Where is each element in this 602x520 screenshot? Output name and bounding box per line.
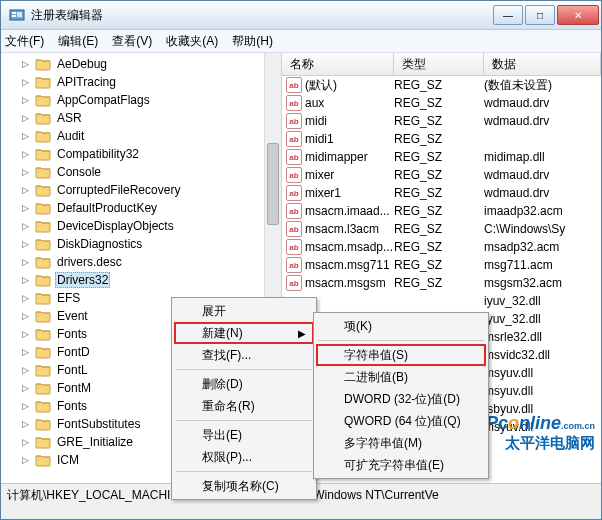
ctx-find[interactable]: 查找(F)... — [174, 344, 314, 366]
menu-file[interactable]: 文件(F) — [5, 33, 44, 50]
minimize-button[interactable]: — — [493, 5, 523, 25]
ctx-permissions[interactable]: 权限(P)... — [174, 446, 314, 468]
ctx-new-multi-string[interactable]: 多字符串值(M) — [316, 432, 486, 454]
titlebar[interactable]: 注册表编辑器 — □ ✕ — [1, 1, 601, 30]
app-icon — [9, 7, 25, 23]
cell-name: abmixer — [282, 167, 394, 183]
expand-icon[interactable]: ▷ — [19, 112, 31, 124]
cell-name: abmidi1 — [282, 131, 394, 147]
expand-icon[interactable]: ▷ — [19, 364, 31, 376]
expand-icon[interactable]: ▷ — [19, 274, 31, 286]
svg-rect-1 — [12, 12, 16, 14]
expand-icon[interactable]: ▷ — [19, 148, 31, 160]
ctx-new-string[interactable]: 字符串值(S) — [316, 344, 486, 366]
folder-icon — [35, 57, 51, 71]
col-header-data[interactable]: 数据 — [484, 53, 601, 75]
expand-icon[interactable]: ▷ — [19, 382, 31, 394]
list-row[interactable]: abauxREG_SZwdmaud.drv — [282, 94, 601, 112]
menu-help[interactable]: 帮助(H) — [232, 33, 273, 50]
ctx-new[interactable]: 新建(N)▶ — [174, 322, 314, 344]
menu-favorites[interactable]: 收藏夹(A) — [166, 33, 218, 50]
list-row[interactable]: abmsacm.l3acmREG_SZC:\Windows\Sy — [282, 220, 601, 238]
ctx-new-qword[interactable]: QWORD (64 位)值(Q) — [316, 410, 486, 432]
ctx-new-binary[interactable]: 二进制值(B) — [316, 366, 486, 388]
tree-item[interactable]: ▷drivers.desc — [19, 253, 281, 271]
ctx-new-key[interactable]: 项(K) — [316, 315, 486, 337]
tree-item[interactable]: ▷AeDebug — [19, 55, 281, 73]
ctx-expand[interactable]: 展开 — [174, 300, 314, 322]
tree-item-label: drivers.desc — [55, 255, 124, 269]
tree-item[interactable]: ▷Compatibility32 — [19, 145, 281, 163]
list-row[interactable]: ab(默认)REG_SZ(数值未设置) — [282, 76, 601, 94]
tree-item-label: DiskDiagnostics — [55, 237, 144, 251]
close-button[interactable]: ✕ — [557, 5, 599, 25]
list-header: 名称 类型 数据 — [282, 53, 601, 76]
list-row[interactable]: abmsacm.imaad...REG_SZimaadp32.acm — [282, 202, 601, 220]
cell-name: abmsacm.l3acm — [282, 221, 394, 237]
tree-item[interactable]: ▷ASR — [19, 109, 281, 127]
col-header-name[interactable]: 名称 — [282, 53, 394, 75]
tree-item[interactable]: ▷DefaultProductKey — [19, 199, 281, 217]
list-row[interactable]: abmixer1REG_SZwdmaud.drv — [282, 184, 601, 202]
expand-icon[interactable]: ▷ — [19, 310, 31, 322]
list-row[interactable]: abmidi1REG_SZ — [282, 130, 601, 148]
cell-data: wdmaud.drv — [484, 186, 601, 200]
tree-item[interactable]: ▷AppCompatFlags — [19, 91, 281, 109]
col-header-type[interactable]: 类型 — [394, 53, 484, 75]
string-value-icon: ab — [286, 131, 302, 147]
tree-item[interactable]: ▷DeviceDisplayObjects — [19, 217, 281, 235]
submenu-arrow-icon: ▶ — [298, 328, 306, 339]
expand-icon[interactable]: ▷ — [19, 166, 31, 178]
expand-icon[interactable]: ▷ — [19, 202, 31, 214]
expand-icon[interactable]: ▷ — [19, 256, 31, 268]
tree-item[interactable]: ▷Drivers32 — [19, 271, 281, 289]
cell-data: iyuv_32.dll — [484, 294, 601, 308]
list-row[interactable]: abmsacm.msadp...REG_SZmsadp32.acm — [282, 238, 601, 256]
expand-icon[interactable]: ▷ — [19, 76, 31, 88]
expand-icon[interactable]: ▷ — [19, 400, 31, 412]
list-row[interactable]: abmidiREG_SZwdmaud.drv — [282, 112, 601, 130]
tree-item[interactable]: ▷APITracing — [19, 73, 281, 91]
expand-icon[interactable]: ▷ — [19, 238, 31, 250]
ctx-export[interactable]: 导出(E) — [174, 424, 314, 446]
expand-icon[interactable]: ▷ — [19, 454, 31, 466]
menu-edit[interactable]: 编辑(E) — [58, 33, 98, 50]
string-value-icon: ab — [286, 149, 302, 165]
expand-icon[interactable]: ▷ — [19, 220, 31, 232]
menu-view[interactable]: 查看(V) — [112, 33, 152, 50]
expand-icon[interactable]: ▷ — [19, 184, 31, 196]
expand-icon[interactable]: ▷ — [19, 346, 31, 358]
list-row[interactable]: abmixerREG_SZwdmaud.drv — [282, 166, 601, 184]
cell-name: abmsacm.msadp... — [282, 239, 394, 255]
expand-icon[interactable]: ▷ — [19, 130, 31, 142]
window-title: 注册表编辑器 — [31, 7, 493, 24]
ctx-new-expand-string[interactable]: 可扩充字符串值(E) — [316, 454, 486, 476]
ctx-copy-key-name[interactable]: 复制项名称(C) — [174, 475, 314, 497]
folder-icon — [35, 129, 51, 143]
maximize-button[interactable]: □ — [525, 5, 555, 25]
string-value-icon: ab — [286, 185, 302, 201]
expand-icon[interactable]: ▷ — [19, 328, 31, 340]
string-value-icon: ab — [286, 221, 302, 237]
list-row[interactable]: abmidimapperREG_SZmidimap.dll — [282, 148, 601, 166]
ctx-new-dword[interactable]: DWORD (32-位)值(D) — [316, 388, 486, 410]
cell-name: abmidi — [282, 113, 394, 129]
expand-icon[interactable]: ▷ — [19, 436, 31, 448]
tree-item[interactable]: ▷Console — [19, 163, 281, 181]
tree-item[interactable]: ▷Audit — [19, 127, 281, 145]
cell-type: REG_SZ — [394, 78, 484, 92]
list-row[interactable]: abmsacm.msg711REG_SZmsg711.acm — [282, 256, 601, 274]
ctx-rename[interactable]: 重命名(R) — [174, 395, 314, 417]
list-row[interactable]: abmsacm.msgsmREG_SZmsgsm32.acm — [282, 274, 601, 292]
ctx-delete[interactable]: 删除(D) — [174, 373, 314, 395]
tree-item[interactable]: ▷CorruptedFileRecovery — [19, 181, 281, 199]
expand-icon[interactable]: ▷ — [19, 418, 31, 430]
expand-icon[interactable]: ▷ — [19, 292, 31, 304]
expand-icon[interactable]: ▷ — [19, 94, 31, 106]
list-row[interactable]: iyuv_32.dll — [282, 292, 601, 310]
tree-item-label: APITracing — [55, 75, 118, 89]
expand-icon[interactable]: ▷ — [19, 58, 31, 70]
scrollbar-thumb[interactable] — [267, 143, 279, 225]
cell-type: REG_SZ — [394, 276, 484, 290]
tree-item[interactable]: ▷DiskDiagnostics — [19, 235, 281, 253]
